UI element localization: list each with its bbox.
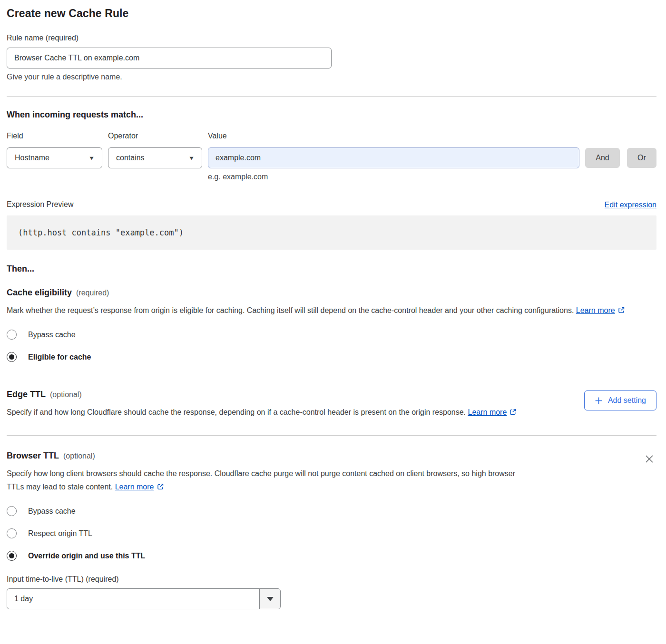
expression-code: (http.host contains "example.com") <box>7 215 656 250</box>
radio-eligible-for-cache[interactable]: Eligible for cache <box>7 352 656 362</box>
close-icon <box>644 454 655 464</box>
operator-select[interactable]: contains ▼ <box>108 147 202 168</box>
ttl-input-label: Input time-to-live (TTL) (required) <box>7 575 656 584</box>
cache-eligibility-title: Cache eligibility <box>7 288 72 298</box>
plus-icon <box>595 397 603 405</box>
add-setting-label: Add setting <box>608 396 646 405</box>
cache-eligibility-learn-more-link[interactable]: Learn more <box>576 306 615 314</box>
radio-bypass-cache[interactable]: Bypass cache <box>7 330 656 340</box>
chevron-down-icon <box>259 589 280 609</box>
edge-ttl-learn-more-link[interactable]: Learn more <box>468 408 507 416</box>
value-helper: e.g. example.com <box>208 172 656 182</box>
edge-ttl-description-text: Specify if and how long Cloudflare shoul… <box>7 408 466 416</box>
chevron-down-icon: ▼ <box>188 156 195 161</box>
edge-ttl-title: Edge TTL <box>7 390 46 400</box>
value-column-label: Value <box>208 131 656 141</box>
external-link-icon <box>157 483 164 490</box>
create-cache-rule-form: Create new Cache Rule Rule name (require… <box>0 0 666 609</box>
and-button[interactable]: And <box>585 148 620 168</box>
browser-ttl-description-text: Specify how long client browsers should … <box>7 469 515 491</box>
radio-icon <box>7 352 17 362</box>
radio-label: Override origin and use this TTL <box>28 552 145 560</box>
radio-bypass-cache[interactable]: Bypass cache <box>7 506 656 516</box>
cache-eligibility-description: Mark whether the request’s response from… <box>7 304 646 317</box>
external-link-icon <box>509 408 517 416</box>
field-select-value: Hostname <box>15 154 49 162</box>
rule-name-input[interactable] <box>7 48 332 68</box>
radio-label: Bypass cache <box>28 331 76 339</box>
ttl-select-value: 1 day <box>7 589 259 609</box>
edge-ttl-optional-badge: (optional) <box>50 390 82 399</box>
radio-icon <box>7 528 17 538</box>
value-input[interactable] <box>208 147 579 168</box>
browser-ttl-optional-badge: (optional) <box>63 452 95 460</box>
or-button[interactable]: Or <box>627 148 656 168</box>
then-heading: Then... <box>7 263 656 274</box>
field-column-label: Field <box>7 131 102 141</box>
match-section-heading: When incoming requests match... <box>7 109 656 120</box>
external-link-icon <box>617 306 625 314</box>
browser-ttl-title: Browser TTL <box>7 451 59 461</box>
operator-select-value: contains <box>116 154 145 162</box>
radio-label: Eligible for cache <box>28 353 91 361</box>
cache-eligibility-required-badge: (required) <box>76 289 109 297</box>
browser-ttl-radio-group: Bypass cache Respect origin TTL Override… <box>7 506 656 561</box>
rule-name-label: Rule name (required) <box>7 33 656 43</box>
radio-icon <box>7 551 17 561</box>
radio-label: Bypass cache <box>28 507 76 516</box>
divider <box>7 435 656 436</box>
rule-name-helper: Give your rule a descriptive name. <box>7 72 656 82</box>
cache-eligibility-radio-group: Bypass cache Eligible for cache <box>7 330 656 362</box>
edit-expression-link[interactable]: Edit expression <box>605 201 656 209</box>
add-setting-button[interactable]: Add setting <box>584 390 656 410</box>
radio-override-origin-ttl[interactable]: Override origin and use this TTL <box>7 551 656 561</box>
radio-respect-origin-ttl[interactable]: Respect origin TTL <box>7 528 656 538</box>
radio-label: Respect origin TTL <box>28 529 92 538</box>
expression-preview-label: Expression Preview <box>7 200 74 209</box>
cache-eligibility-description-text: Mark whether the request’s response from… <box>7 306 574 314</box>
edge-ttl-description: Specify if and how long Cloudflare shoul… <box>7 406 517 419</box>
browser-ttl-learn-more-link[interactable]: Learn more <box>115 483 154 491</box>
divider <box>7 96 656 97</box>
page-title: Create new Cache Rule <box>7 7 656 20</box>
browser-ttl-description: Specify how long client browsers should … <box>7 467 530 494</box>
chevron-down-icon: ▼ <box>88 156 95 161</box>
remove-browser-ttl-button[interactable] <box>642 452 656 468</box>
radio-icon <box>7 506 17 516</box>
radio-icon <box>7 330 17 340</box>
divider <box>7 375 656 375</box>
ttl-select[interactable]: 1 day <box>7 588 281 609</box>
field-select[interactable]: Hostname ▼ <box>7 147 102 168</box>
operator-column-label: Operator <box>108 131 202 141</box>
